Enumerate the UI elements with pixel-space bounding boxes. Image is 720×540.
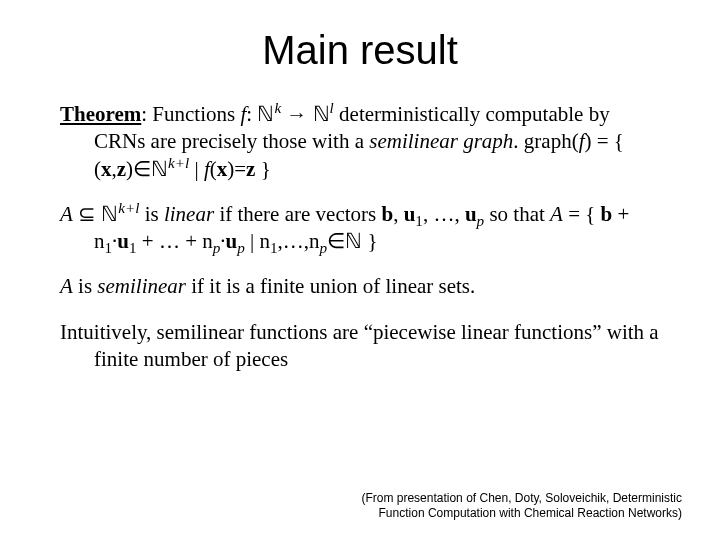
sub-1: 1 [105, 240, 113, 256]
text: , [393, 202, 404, 226]
text: } [362, 229, 377, 253]
sup-kl: k+l [118, 200, 139, 216]
intuition-paragraph: Intuitively, semilinear functions are “p… [60, 319, 660, 374]
nat-N: ℕ [313, 102, 330, 126]
text: . graph( [513, 129, 578, 153]
theorem-label: Theorem [60, 102, 141, 126]
element-of: ∈ [133, 157, 151, 181]
text: } [255, 157, 270, 181]
text: is [73, 274, 98, 298]
word-semilinear: semilinear [97, 274, 186, 298]
vec-u1: u [117, 229, 129, 253]
text: if it is a finite union of linear sets. [186, 274, 475, 298]
theorem-paragraph: Theorem: Functions f: ℕk → ℕl determinis… [60, 101, 660, 183]
text: , …, [423, 202, 465, 226]
subset: ⊆ [73, 202, 102, 226]
text: )= [227, 157, 246, 181]
text: is [139, 202, 164, 226]
text: | [189, 157, 204, 181]
vec-b: b [381, 202, 393, 226]
nat-N: ℕ [151, 157, 168, 181]
vec-z: z [117, 157, 126, 181]
var-A: A [60, 202, 73, 226]
credit-footer: (From presentation of Chen, Doty, Solove… [361, 491, 682, 522]
vec-up: u [226, 229, 238, 253]
sub-1: 1 [129, 240, 137, 256]
text: + … + n [137, 229, 213, 253]
var-A: A [550, 202, 563, 226]
vec-x: x [101, 157, 112, 181]
sup-kl: k+l [168, 155, 189, 171]
text: : Functions [141, 102, 240, 126]
nat-N: ℕ [345, 229, 362, 253]
sub-1: 1 [270, 240, 278, 256]
slide-body: Theorem: Functions f: ℕk → ℕl determinis… [60, 101, 660, 373]
semilinear-paragraph: A is semilinear if it is a finite union … [60, 273, 660, 300]
text: so that [484, 202, 550, 226]
text: | n [245, 229, 270, 253]
sub-1: 1 [415, 213, 423, 229]
credit-line-2: Function Computation with Chemical React… [379, 506, 682, 520]
text: if there are vectors [214, 202, 381, 226]
slide: Main result Theorem: Functions f: ℕk → ℕ… [0, 0, 720, 540]
arrow: → [281, 102, 313, 126]
element-of: ∈ [327, 229, 345, 253]
var-A: A [60, 274, 73, 298]
nat-N: ℕ [257, 102, 274, 126]
vec-up: u [465, 202, 477, 226]
vec-b: b [601, 202, 613, 226]
text: ( [210, 157, 217, 181]
sub-p: p [237, 240, 245, 256]
text: = { [563, 202, 601, 226]
credit-line-1: (From presentation of Chen, Doty, Solove… [361, 491, 682, 505]
text: : [246, 102, 257, 126]
vec-x: x [217, 157, 228, 181]
word-linear: linear [164, 202, 214, 226]
semilinear-graph: semilinear graph [369, 129, 513, 153]
nat-N: ℕ [101, 202, 118, 226]
slide-title: Main result [60, 28, 660, 73]
sub-p: p [477, 213, 485, 229]
linear-paragraph: A ⊆ ℕk+l is linear if there are vectors … [60, 201, 660, 256]
vec-u1: u [404, 202, 416, 226]
text: ,…,n [278, 229, 320, 253]
